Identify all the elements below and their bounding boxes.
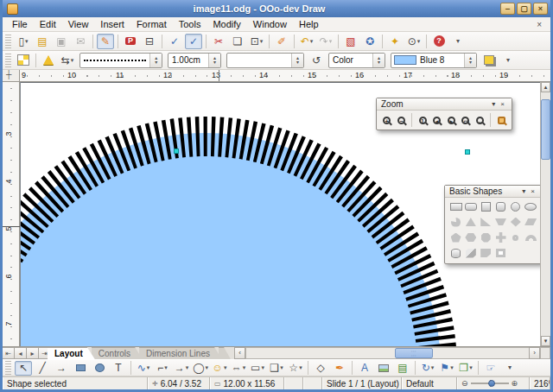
- shape-frame[interactable]: [493, 247, 508, 259]
- open-button[interactable]: ▤: [34, 34, 51, 49]
- line-width-input[interactable]: 1.00cm ▴▾: [168, 53, 221, 68]
- first-slide-button[interactable]: ⇤: [3, 347, 15, 359]
- panel-title-bar[interactable]: Zoom ▾ ×: [377, 98, 512, 111]
- shape-block-arc[interactable]: [524, 231, 538, 243]
- tab-layout[interactable]: Layout: [48, 347, 95, 359]
- zoom-slider-thumb[interactable]: [488, 380, 495, 387]
- selection-handle[interactable]: [465, 149, 470, 155]
- zoom-in-button[interactable]: +: [380, 113, 394, 127]
- menu-insert[interactable]: Insert: [94, 18, 130, 30]
- shape-folded-corner[interactable]: [479, 247, 493, 259]
- cut-button[interactable]: ✂: [210, 34, 227, 49]
- horizontal-scroll-thumb[interactable]: [395, 348, 433, 358]
- drawbar-overflow-button[interactable]: ▾: [501, 361, 518, 376]
- scroll-up-button[interactable]: ▴: [541, 82, 550, 92]
- scroll-down-button[interactable]: ▾: [541, 336, 550, 346]
- shape-ellipse[interactable]: [524, 200, 538, 212]
- horizontal-scrollbar[interactable]: ‹ ›: [234, 347, 550, 359]
- panel-close-icon[interactable]: ×: [498, 100, 507, 108]
- vertical-scroll-thumb[interactable]: [541, 99, 550, 160]
- print-button[interactable]: ⊟: [141, 34, 158, 49]
- shape-square[interactable]: [479, 200, 493, 212]
- scroll-left-button[interactable]: ‹: [234, 347, 245, 359]
- undo-button[interactable]: ↶▾: [298, 34, 315, 49]
- rotate-button[interactable]: ↺: [308, 53, 325, 68]
- shape-square-rounded[interactable]: [493, 200, 508, 212]
- fontwork-button[interactable]: A: [356, 361, 373, 376]
- line-button[interactable]: ╱: [34, 361, 51, 376]
- paste-button[interactable]: ⊡▾: [248, 34, 265, 49]
- shape-isosceles-triangle[interactable]: [463, 216, 478, 228]
- title-bar[interactable]: image11.odg - OOo-dev Draw ‒ ▢ ×: [3, 0, 550, 17]
- rectangle-button[interactable]: [72, 361, 89, 376]
- ellipse-button[interactable]: [91, 361, 108, 376]
- tab-controls[interactable]: Controls: [92, 347, 143, 359]
- line-color-select[interactable]: ▴▾: [226, 53, 304, 68]
- zoom-in-icon[interactable]: ⊕: [512, 379, 518, 388]
- line-dialog-button[interactable]: [40, 53, 57, 68]
- zoom-out-button[interactable]: −: [395, 113, 409, 127]
- horizontal-ruler[interactable]: 910111213141516171819: [20, 70, 550, 81]
- insert-image-button[interactable]: [375, 361, 392, 376]
- menu-edit[interactable]: Edit: [34, 18, 62, 30]
- panel-close-icon[interactable]: ×: [528, 187, 537, 195]
- toolbar-overflow-button[interactable]: ▾: [499, 53, 517, 68]
- gluepoints-button[interactable]: ✒: [331, 361, 348, 376]
- zoom-entire-page-button[interactable]: ▭: [459, 113, 473, 127]
- selection-handle[interactable]: [174, 149, 179, 154]
- block-arrows-button[interactable]: ⇔▾: [230, 361, 247, 376]
- styles-window-button[interactable]: [15, 53, 32, 68]
- shape-hexagon[interactable]: [463, 231, 478, 243]
- clone-formatting-button[interactable]: ✐: [273, 34, 290, 49]
- callouts-button[interactable]: ❑▾: [268, 361, 285, 376]
- flowchart-button[interactable]: ▭▾: [249, 361, 266, 376]
- menu-format[interactable]: Format: [130, 18, 173, 30]
- edit-points-button[interactable]: ◇: [312, 361, 329, 376]
- export-pdf-button[interactable]: P: [122, 34, 139, 49]
- interaction-button[interactable]: ☞: [482, 361, 499, 376]
- menu-help[interactable]: Help: [293, 18, 325, 30]
- zoom-out-icon[interactable]: ⊖: [461, 379, 468, 388]
- vertical-ruler[interactable]: 34567: [3, 82, 20, 346]
- spinner[interactable]: ▴▾: [291, 54, 303, 67]
- line-ends-arrow-button[interactable]: →: [53, 361, 70, 376]
- fill-color-select[interactable]: Blue 8 ▴▾: [391, 53, 477, 68]
- shape-cylinder[interactable]: [448, 247, 463, 259]
- menu-view[interactable]: View: [62, 18, 95, 30]
- navigator-button[interactable]: ✪: [361, 34, 378, 49]
- spinner[interactable]: ▴▾: [464, 54, 476, 67]
- select-button[interactable]: ↖: [15, 361, 32, 376]
- panel-title-bar[interactable]: Basic Shapes ▾ ×: [445, 186, 540, 198]
- minimize-button[interactable]: ‒: [500, 3, 515, 15]
- shape-rectangle-rounded[interactable]: [463, 200, 478, 212]
- fill-style-value[interactable]: Color: [329, 55, 372, 65]
- text-button[interactable]: T: [110, 361, 127, 376]
- previous-slide-button[interactable]: ◂: [15, 347, 27, 359]
- menu-modify[interactable]: Modify: [207, 18, 246, 30]
- tab-dimension-lines[interactable]: Dimension Lines: [139, 347, 222, 359]
- edit-file-button[interactable]: ✎: [97, 34, 114, 49]
- shape-cube[interactable]: [463, 247, 478, 259]
- maximize-button[interactable]: ▢: [517, 3, 531, 15]
- page-style-field[interactable]: Default: [402, 377, 457, 389]
- spinner[interactable]: ▴▾: [372, 54, 385, 67]
- auto-spellcheck-button[interactable]: ✓: [185, 34, 202, 49]
- vertical-scrollbar[interactable]: ▴ ▾: [540, 82, 550, 346]
- shape-ring[interactable]: [508, 231, 523, 243]
- close-button[interactable]: ×: [533, 3, 548, 15]
- menu-tools[interactable]: Tools: [173, 18, 207, 30]
- lines-and-arrows-button[interactable]: →▾: [173, 361, 190, 376]
- line-style-select[interactable]: ▴▾: [79, 53, 162, 68]
- basic-shapes-button[interactable]: ◯▾: [192, 361, 209, 376]
- shape-right-triangle[interactable]: [479, 216, 493, 228]
- horizontal-scroll-track[interactable]: [245, 347, 529, 359]
- save-button[interactable]: ▣: [53, 34, 70, 49]
- zoom-slider[interactable]: ⊖ ⊕: [457, 377, 530, 389]
- redo-button[interactable]: ↷▾: [317, 34, 334, 49]
- spinner[interactable]: ▴▾: [149, 54, 162, 67]
- shape-rectangle[interactable]: [448, 200, 463, 212]
- snap-lines-button[interactable]: ✦: [386, 34, 404, 49]
- copy-button[interactable]: ❏: [229, 34, 246, 49]
- shape-regular-pentagon[interactable]: [448, 231, 463, 243]
- shape-diamond[interactable]: [508, 216, 523, 228]
